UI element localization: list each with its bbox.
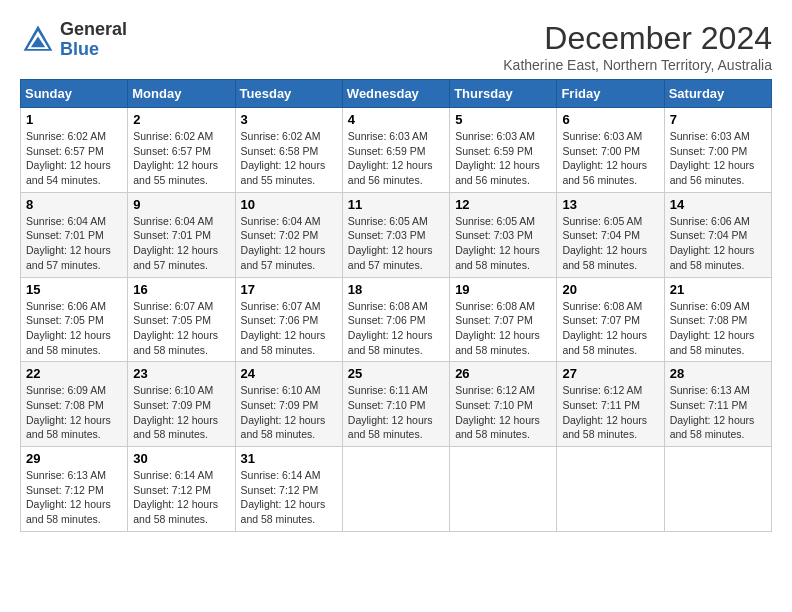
day-number: 20 — [562, 282, 658, 297]
day-info: Sunrise: 6:02 AMSunset: 6:58 PMDaylight:… — [241, 130, 326, 186]
day-info: Sunrise: 6:03 AMSunset: 7:00 PMDaylight:… — [670, 130, 755, 186]
day-cell: 23 Sunrise: 6:10 AMSunset: 7:09 PMDaylig… — [128, 362, 235, 447]
day-cell: 9 Sunrise: 6:04 AMSunset: 7:01 PMDayligh… — [128, 192, 235, 277]
day-info: Sunrise: 6:08 AMSunset: 7:07 PMDaylight:… — [455, 300, 540, 356]
weekday-header-monday: Monday — [128, 80, 235, 108]
day-info: Sunrise: 6:10 AMSunset: 7:09 PMDaylight:… — [133, 384, 218, 440]
day-cell: 8 Sunrise: 6:04 AMSunset: 7:01 PMDayligh… — [21, 192, 128, 277]
day-cell — [664, 447, 771, 532]
day-number: 3 — [241, 112, 337, 127]
day-number: 7 — [670, 112, 766, 127]
day-number: 13 — [562, 197, 658, 212]
day-info: Sunrise: 6:10 AMSunset: 7:09 PMDaylight:… — [241, 384, 326, 440]
weekday-header-friday: Friday — [557, 80, 664, 108]
week-row-3: 15 Sunrise: 6:06 AMSunset: 7:05 PMDaylig… — [21, 277, 772, 362]
day-info: Sunrise: 6:02 AMSunset: 6:57 PMDaylight:… — [133, 130, 218, 186]
day-number: 6 — [562, 112, 658, 127]
day-cell: 12 Sunrise: 6:05 AMSunset: 7:03 PMDaylig… — [450, 192, 557, 277]
day-number: 23 — [133, 366, 229, 381]
day-info: Sunrise: 6:14 AMSunset: 7:12 PMDaylight:… — [241, 469, 326, 525]
logo-general-text: General — [60, 19, 127, 39]
day-cell: 13 Sunrise: 6:05 AMSunset: 7:04 PMDaylig… — [557, 192, 664, 277]
week-row-1: 1 Sunrise: 6:02 AMSunset: 6:57 PMDayligh… — [21, 108, 772, 193]
day-cell: 16 Sunrise: 6:07 AMSunset: 7:05 PMDaylig… — [128, 277, 235, 362]
day-number: 2 — [133, 112, 229, 127]
day-info: Sunrise: 6:09 AMSunset: 7:08 PMDaylight:… — [26, 384, 111, 440]
day-info: Sunrise: 6:12 AMSunset: 7:11 PMDaylight:… — [562, 384, 647, 440]
day-number: 15 — [26, 282, 122, 297]
day-cell: 19 Sunrise: 6:08 AMSunset: 7:07 PMDaylig… — [450, 277, 557, 362]
day-info: Sunrise: 6:04 AMSunset: 7:02 PMDaylight:… — [241, 215, 326, 271]
day-number: 11 — [348, 197, 444, 212]
day-number: 12 — [455, 197, 551, 212]
week-row-4: 22 Sunrise: 6:09 AMSunset: 7:08 PMDaylig… — [21, 362, 772, 447]
logo-icon — [20, 22, 56, 58]
weekday-header-sunday: Sunday — [21, 80, 128, 108]
title-area: December 2024 Katherine East, Northern T… — [503, 20, 772, 73]
day-info: Sunrise: 6:02 AMSunset: 6:57 PMDaylight:… — [26, 130, 111, 186]
day-cell: 29 Sunrise: 6:13 AMSunset: 7:12 PMDaylig… — [21, 447, 128, 532]
day-cell: 10 Sunrise: 6:04 AMSunset: 7:02 PMDaylig… — [235, 192, 342, 277]
day-info: Sunrise: 6:05 AMSunset: 7:04 PMDaylight:… — [562, 215, 647, 271]
day-info: Sunrise: 6:05 AMSunset: 7:03 PMDaylight:… — [455, 215, 540, 271]
day-cell: 11 Sunrise: 6:05 AMSunset: 7:03 PMDaylig… — [342, 192, 449, 277]
weekday-header-saturday: Saturday — [664, 80, 771, 108]
day-info: Sunrise: 6:03 AMSunset: 6:59 PMDaylight:… — [455, 130, 540, 186]
day-info: Sunrise: 6:12 AMSunset: 7:10 PMDaylight:… — [455, 384, 540, 440]
day-cell: 4 Sunrise: 6:03 AMSunset: 6:59 PMDayligh… — [342, 108, 449, 193]
day-cell: 20 Sunrise: 6:08 AMSunset: 7:07 PMDaylig… — [557, 277, 664, 362]
day-number: 25 — [348, 366, 444, 381]
day-cell — [342, 447, 449, 532]
day-cell: 7 Sunrise: 6:03 AMSunset: 7:00 PMDayligh… — [664, 108, 771, 193]
month-title: December 2024 — [503, 20, 772, 57]
day-info: Sunrise: 6:07 AMSunset: 7:06 PMDaylight:… — [241, 300, 326, 356]
weekday-header-tuesday: Tuesday — [235, 80, 342, 108]
day-info: Sunrise: 6:06 AMSunset: 7:05 PMDaylight:… — [26, 300, 111, 356]
day-number: 14 — [670, 197, 766, 212]
day-number: 26 — [455, 366, 551, 381]
day-info: Sunrise: 6:14 AMSunset: 7:12 PMDaylight:… — [133, 469, 218, 525]
day-number: 22 — [26, 366, 122, 381]
day-number: 24 — [241, 366, 337, 381]
day-number: 10 — [241, 197, 337, 212]
day-number: 18 — [348, 282, 444, 297]
day-cell: 17 Sunrise: 6:07 AMSunset: 7:06 PMDaylig… — [235, 277, 342, 362]
logo: General Blue — [20, 20, 127, 60]
day-number: 9 — [133, 197, 229, 212]
day-info: Sunrise: 6:06 AMSunset: 7:04 PMDaylight:… — [670, 215, 755, 271]
location-text: Katherine East, Northern Territory, Aust… — [503, 57, 772, 73]
day-cell — [557, 447, 664, 532]
day-number: 30 — [133, 451, 229, 466]
day-cell: 14 Sunrise: 6:06 AMSunset: 7:04 PMDaylig… — [664, 192, 771, 277]
day-cell: 1 Sunrise: 6:02 AMSunset: 6:57 PMDayligh… — [21, 108, 128, 193]
week-row-5: 29 Sunrise: 6:13 AMSunset: 7:12 PMDaylig… — [21, 447, 772, 532]
day-number: 31 — [241, 451, 337, 466]
day-cell: 27 Sunrise: 6:12 AMSunset: 7:11 PMDaylig… — [557, 362, 664, 447]
day-info: Sunrise: 6:08 AMSunset: 7:06 PMDaylight:… — [348, 300, 433, 356]
weekday-header-row: SundayMondayTuesdayWednesdayThursdayFrid… — [21, 80, 772, 108]
day-info: Sunrise: 6:13 AMSunset: 7:11 PMDaylight:… — [670, 384, 755, 440]
page-header: General Blue December 2024 Katherine Eas… — [20, 20, 772, 73]
day-info: Sunrise: 6:11 AMSunset: 7:10 PMDaylight:… — [348, 384, 433, 440]
day-info: Sunrise: 6:04 AMSunset: 7:01 PMDaylight:… — [26, 215, 111, 271]
calendar-table: SundayMondayTuesdayWednesdayThursdayFrid… — [20, 79, 772, 532]
day-info: Sunrise: 6:07 AMSunset: 7:05 PMDaylight:… — [133, 300, 218, 356]
day-cell: 28 Sunrise: 6:13 AMSunset: 7:11 PMDaylig… — [664, 362, 771, 447]
day-number: 17 — [241, 282, 337, 297]
day-number: 1 — [26, 112, 122, 127]
day-cell: 24 Sunrise: 6:10 AMSunset: 7:09 PMDaylig… — [235, 362, 342, 447]
day-number: 29 — [26, 451, 122, 466]
day-cell: 30 Sunrise: 6:14 AMSunset: 7:12 PMDaylig… — [128, 447, 235, 532]
day-cell: 5 Sunrise: 6:03 AMSunset: 6:59 PMDayligh… — [450, 108, 557, 193]
day-cell: 25 Sunrise: 6:11 AMSunset: 7:10 PMDaylig… — [342, 362, 449, 447]
day-info: Sunrise: 6:09 AMSunset: 7:08 PMDaylight:… — [670, 300, 755, 356]
day-cell: 31 Sunrise: 6:14 AMSunset: 7:12 PMDaylig… — [235, 447, 342, 532]
day-cell: 15 Sunrise: 6:06 AMSunset: 7:05 PMDaylig… — [21, 277, 128, 362]
day-cell — [450, 447, 557, 532]
day-number: 27 — [562, 366, 658, 381]
day-info: Sunrise: 6:04 AMSunset: 7:01 PMDaylight:… — [133, 215, 218, 271]
day-number: 19 — [455, 282, 551, 297]
day-info: Sunrise: 6:13 AMSunset: 7:12 PMDaylight:… — [26, 469, 111, 525]
day-number: 4 — [348, 112, 444, 127]
day-number: 5 — [455, 112, 551, 127]
